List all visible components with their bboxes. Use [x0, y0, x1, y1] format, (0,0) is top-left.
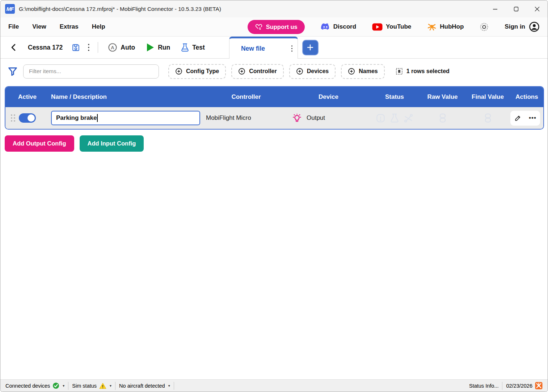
connected-devices-status[interactable]: Connected devices ▾: [3, 382, 67, 389]
ok-check-icon: [52, 382, 59, 389]
raw-value-placeholder-icon: [438, 113, 448, 123]
project-name: Cessna 172: [28, 44, 63, 51]
app-window: MF G:\mobiflight-docs\Cessna 172.mfproj*…: [0, 0, 548, 392]
column-header-device: Device: [288, 93, 369, 101]
tab-menu-kebab-icon[interactable]: [291, 45, 293, 52]
config-table: Active Name / Description Controller Dev…: [5, 86, 544, 130]
final-value-cell: [465, 113, 510, 123]
edit-config-button[interactable]: [510, 111, 525, 126]
filter-controller-button[interactable]: Controller: [231, 64, 283, 79]
svg-text:A: A: [111, 45, 115, 50]
add-filter-icon: [175, 68, 182, 75]
sign-in-button[interactable]: Sign in: [505, 21, 540, 32]
msfs-connect-icon: [535, 382, 543, 389]
raw-value-cell: [420, 113, 465, 123]
statusbar-divider: [174, 382, 174, 390]
menu-extras[interactable]: Extras: [60, 23, 79, 30]
status-cell: [369, 113, 420, 123]
auto-button[interactable]: A Auto: [102, 43, 140, 52]
save-button[interactable]: [68, 43, 84, 52]
final-value-placeholder-icon: [483, 113, 493, 123]
column-header-status: Status: [369, 93, 420, 101]
filter-funnel-icon: [8, 66, 18, 76]
status-info-link[interactable]: Status Info...: [466, 383, 501, 389]
add-output-config-button[interactable]: Add Output Config: [5, 135, 74, 152]
youtube-icon: [372, 23, 383, 31]
statusbar-divider: [68, 382, 68, 390]
status-test-icon: [390, 113, 399, 123]
add-tab-button[interactable]: [302, 40, 319, 55]
actions-cell: •••: [510, 111, 543, 126]
aircraft-status[interactable]: No aircraft detected ▾: [116, 383, 173, 389]
filter-bar: Config Type Controller Devices Names 1 r…: [0, 59, 548, 84]
date-display: 02/23/2026: [503, 382, 545, 389]
active-toggle[interactable]: [19, 113, 36, 123]
menu-help[interactable]: Help: [92, 23, 105, 30]
heart-donate-icon: $: [255, 23, 263, 31]
filter-names-button[interactable]: Names: [341, 64, 384, 79]
hubhop-icon: [427, 22, 437, 31]
filter-devices-button[interactable]: Devices: [289, 64, 336, 79]
maximize-button[interactable]: [506, 0, 527, 17]
drag-handle[interactable]: [10, 113, 16, 123]
status-bar: Connected devices ▾ Sim status ▾ No airc…: [0, 379, 548, 392]
add-filter-icon: [348, 68, 355, 75]
support-us-button[interactable]: $ Support us: [248, 20, 305, 34]
dropdown-caret-icon: ▾: [110, 384, 111, 388]
add-input-config-button[interactable]: Add Input Config: [80, 135, 144, 152]
project-menu-kebab-icon[interactable]: [84, 43, 93, 52]
selection-icon: [396, 68, 403, 75]
toolbar: Cessna 172 A Auto: [0, 37, 548, 59]
add-filter-icon: [296, 68, 303, 75]
dropdown-caret-icon: ▾: [168, 384, 170, 388]
mobiflight-logo-icon: MF: [5, 4, 15, 14]
user-avatar-icon: [529, 21, 540, 32]
status-precondition-icon: [376, 113, 385, 123]
discord-icon: [321, 23, 330, 30]
statusbar-divider: [115, 382, 115, 390]
controller-cell: MobiFlight Micro: [205, 114, 288, 122]
sim-status[interactable]: Sim status ▾: [69, 383, 114, 389]
tab-new-file[interactable]: New file: [229, 37, 298, 59]
run-button[interactable]: Run: [140, 43, 176, 52]
column-header-active: Active: [5, 93, 45, 101]
device-cell: Output: [288, 113, 369, 123]
hubhop-link[interactable]: HubHop: [427, 22, 464, 31]
add-filter-icon: [238, 68, 245, 75]
discord-link[interactable]: Discord: [321, 23, 356, 30]
auto-icon: A: [108, 43, 117, 52]
test-button[interactable]: Test: [176, 43, 210, 52]
filter-input[interactable]: [23, 64, 159, 79]
add-config-row: Add Output Config Add Input Config: [5, 135, 543, 152]
name-description-input[interactable]: Parking brake: [51, 111, 200, 125]
content-area: [0, 152, 548, 379]
table-header-row: Active Name / Description Controller Dev…: [5, 87, 543, 107]
flask-icon: [181, 43, 189, 52]
youtube-link[interactable]: YouTube: [372, 23, 411, 31]
column-header-actions: Actions: [510, 93, 543, 101]
menu-file[interactable]: File: [8, 23, 19, 30]
back-button[interactable]: [8, 43, 20, 51]
close-button[interactable]: [527, 0, 548, 17]
statusbar-divider: [502, 382, 502, 390]
minimize-button[interactable]: [485, 0, 506, 17]
rows-selected-indicator: 1 rows selected: [396, 68, 450, 75]
svg-text:$: $: [259, 27, 261, 30]
toolbar-divider: [98, 42, 98, 53]
menu-view[interactable]: View: [32, 23, 46, 30]
text-caret: [97, 114, 98, 122]
table-row: Parking brake MobiFlight Micro Output: [5, 107, 543, 129]
window-title: G:\mobiflight-docs\Cessna 172.mfproj* - …: [19, 6, 221, 12]
title-bar: MF G:\mobiflight-docs\Cessna 172.mfproj*…: [0, 0, 548, 17]
column-header-controller: Controller: [205, 93, 288, 101]
output-lightbulb-icon: [292, 113, 302, 123]
column-header-name: Name / Description: [45, 93, 205, 101]
more-actions-button[interactable]: •••: [525, 111, 540, 126]
column-header-raw-value: Raw Value: [420, 93, 465, 101]
play-icon: [146, 43, 155, 52]
theme-toggle-icon[interactable]: [480, 22, 489, 31]
column-header-final-value: Final Value: [465, 93, 510, 101]
dropdown-caret-icon: ▾: [63, 384, 64, 388]
filter-config-type-button[interactable]: Config Type: [168, 64, 226, 79]
status-disconnected-icon: [404, 113, 413, 123]
